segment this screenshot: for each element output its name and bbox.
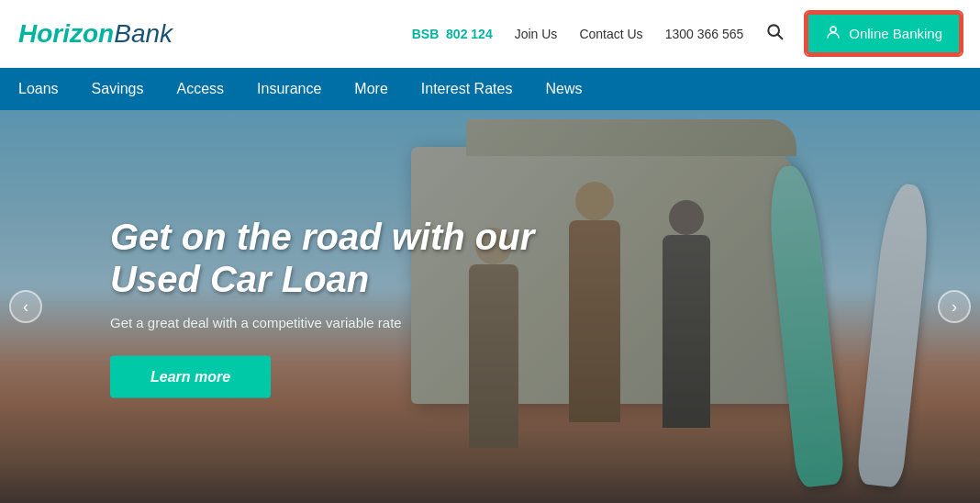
chevron-left-icon: ‹: [23, 297, 28, 317]
hero-title: Get on the road with our Used Car Loan: [110, 216, 587, 300]
search-icon[interactable]: [765, 22, 784, 45]
nav-loans[interactable]: Loans: [18, 70, 59, 108]
join-us-link[interactable]: Join Us: [515, 27, 558, 41]
nav-access[interactable]: Access: [177, 70, 225, 108]
header-right: BSB 802 124 Join Us Contact Us 1300 366 …: [412, 12, 962, 55]
nav-more[interactable]: More: [354, 70, 387, 108]
hero-next-button[interactable]: ›: [938, 290, 971, 323]
logo-bank: Bank: [114, 19, 173, 49]
online-banking-label: Online Banking: [849, 26, 942, 41]
svg-point-2: [830, 27, 836, 32]
hero-section: Get on the road with our Used Car Loan G…: [0, 110, 980, 503]
bsb-info: BSB 802 124: [412, 27, 493, 41]
hero-prev-button[interactable]: ‹: [9, 290, 42, 323]
svg-line-1: [778, 35, 783, 39]
main-nav: Loans Savings Access Insurance More Inte…: [0, 68, 980, 110]
nav-news[interactable]: News: [545, 70, 582, 108]
user-icon: [825, 24, 841, 43]
hero-content: Get on the road with our Used Car Loan G…: [110, 216, 587, 398]
nav-insurance[interactable]: Insurance: [257, 70, 321, 108]
logo-horizon: Horizon: [18, 19, 114, 49]
bsb-label: BSB: [412, 27, 440, 41]
chevron-right-icon: ›: [952, 297, 957, 317]
header: Horizon Bank BSB 802 124 Join Us Contact…: [0, 0, 980, 68]
contact-us-link[interactable]: Contact Us: [579, 27, 642, 41]
logo[interactable]: Horizon Bank: [18, 19, 173, 49]
nav-interest-rates[interactable]: Interest Rates: [421, 70, 513, 108]
bsb-number: 802 124: [446, 27, 493, 41]
hero-subtitle: Get a great deal with a competitive vari…: [110, 315, 587, 330]
nav-savings[interactable]: Savings: [92, 70, 144, 108]
online-banking-button[interactable]: Online Banking: [806, 12, 962, 55]
learn-more-button[interactable]: Learn more: [110, 356, 271, 398]
phone-link[interactable]: 1300 366 565: [665, 27, 744, 41]
